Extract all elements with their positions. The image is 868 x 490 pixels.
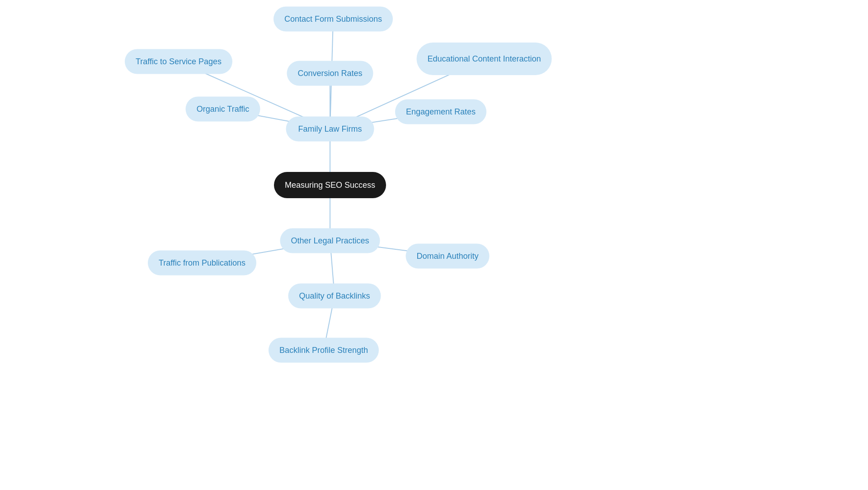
- node-other[interactable]: Other Legal Practices: [280, 228, 380, 253]
- node-traffic_pub[interactable]: Traffic from Publications: [148, 251, 256, 276]
- node-family[interactable]: Family Law Firms: [286, 117, 374, 142]
- node-main[interactable]: Measuring SEO Success: [274, 172, 386, 198]
- node-organic[interactable]: Organic Traffic: [186, 97, 260, 122]
- node-backlink_strength[interactable]: Backlink Profile Strength: [269, 338, 379, 363]
- node-traffic_service[interactable]: Traffic to Service Pages: [125, 49, 232, 74]
- node-educational[interactable]: Educational Content Interaction: [416, 43, 552, 75]
- node-domain[interactable]: Domain Authority: [406, 244, 489, 269]
- mind-map-container: Measuring SEO SuccessFamily Law FirmsCon…: [0, 0, 868, 490]
- node-backlinks[interactable]: Quality of Backlinks: [288, 284, 381, 309]
- node-engagement[interactable]: Engagement Rates: [395, 100, 486, 124]
- node-conversion[interactable]: Conversion Rates: [287, 61, 373, 86]
- node-contact[interactable]: Contact Form Submissions: [274, 7, 393, 32]
